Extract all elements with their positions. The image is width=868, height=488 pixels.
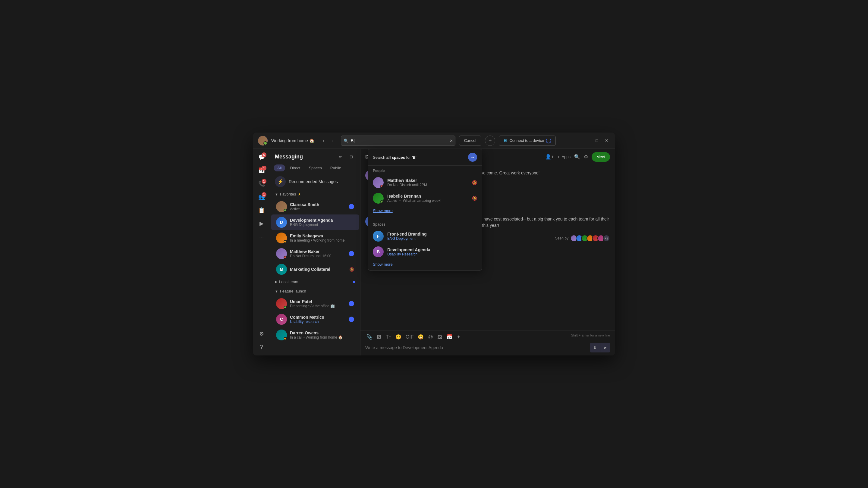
gif-button[interactable]: GIF — [404, 333, 415, 340]
list-item[interactable]: Darren Owens In a call • Working from ho… — [271, 327, 359, 343]
list-item[interactable]: M Marketing Collateral 🔕 — [271, 261, 359, 277]
people-section-title: People — [368, 166, 482, 175]
contact-name: Marketing Collateral — [290, 267, 346, 272]
title-bar: Working from home 🏠 ‹ › 🔍 ✕ Cancel + 🖥 C… — [253, 133, 615, 149]
contact-info: Darren Owens In a call • Working from ho… — [290, 330, 354, 339]
contact-info: Marketing Collateral — [290, 267, 346, 272]
search-result-space[interactable]: F Front-end Branding ENG Deployment — [368, 228, 482, 244]
emoji-button[interactable]: 😊 — [394, 333, 403, 340]
sidebar-item-more[interactable]: ··· — [255, 231, 268, 243]
avatar: D — [276, 217, 287, 228]
new-line-hint: Shift + Enter for a new line — [571, 333, 610, 340]
local-team-section-header[interactable]: ▶ Local team — [270, 277, 360, 287]
format-button[interactable]: T↕ — [384, 333, 393, 340]
cancel-button[interactable]: Cancel — [459, 135, 481, 146]
sidebar-item-calls[interactable]: 📞 1 — [255, 178, 268, 190]
contact-info: Emily Nakagawa In a meeting • Working fr… — [290, 233, 354, 242]
contact-info: Common Metrics Usability research — [290, 315, 346, 324]
list-item[interactable]: Emily Nakagawa In a meeting • Working fr… — [271, 230, 359, 246]
sidebar-item-calendar[interactable]: 📅 1 — [255, 164, 268, 176]
connect-device-button[interactable]: 🖥 Connect to a device — [499, 135, 556, 146]
recommended-messages[interactable]: ⚡ Recommended Messages — [270, 174, 360, 190]
status-active-icon — [284, 306, 287, 309]
unread-badge — [349, 251, 354, 256]
add-apps-label: Apps — [561, 155, 570, 159]
search-result-space[interactable]: B Development Agenda Usability Research — [368, 244, 482, 260]
new-conversation-button[interactable]: + — [485, 135, 495, 146]
space-info: Front-end Branding ENG Deployment — [387, 232, 477, 241]
seen-avatars: +2 — [570, 235, 610, 242]
search-result-person[interactable]: Matthew Baker Do Not Disturb until 2PM 🔕 — [368, 175, 482, 190]
close-button[interactable]: ✕ — [603, 137, 610, 144]
filter-button[interactable]: ⊟ — [347, 153, 355, 161]
search-all-spaces-row[interactable]: Search all spaces for 'B' → — [368, 149, 482, 166]
sidebar-item-activity[interactable]: ▶ — [255, 218, 268, 230]
send-button[interactable]: ➤ — [600, 343, 610, 352]
avatar — [276, 201, 287, 212]
favorites-title: Favorites — [280, 192, 296, 196]
send-down-button[interactable]: ⬇ — [590, 343, 600, 352]
list-item[interactable]: C Common Metrics Usability research — [271, 312, 359, 327]
sidebar-item-people[interactable]: 👥 1 — [255, 191, 268, 203]
tab-public[interactable]: Public — [327, 164, 344, 171]
sidebar-item-contacts[interactable]: 📋 — [255, 204, 268, 216]
message-input[interactable] — [365, 345, 588, 350]
search-icon: 🔍 — [574, 154, 580, 160]
mute-icon: 🔕 — [472, 180, 477, 185]
favorites-section-header[interactable]: ▼ Favorites ★ — [270, 190, 360, 199]
feature-launch-title: Feature launch — [280, 289, 306, 293]
people-show-more-link[interactable]: Show more — [368, 206, 482, 217]
sidebar-item-messaging[interactable]: 💬 5 — [255, 151, 268, 163]
feature-launch-section-header[interactable]: ▼ Feature launch — [270, 287, 360, 296]
help-icon: ? — [260, 344, 263, 350]
minimize-button[interactable]: — — [584, 137, 591, 144]
whiteboard-button[interactable]: 🖼 — [375, 333, 383, 340]
chat-input-row: ⬇ ➤ — [365, 343, 610, 352]
list-item[interactable]: Umar Patel Presenting • At the office 🏢 — [271, 296, 359, 312]
chat-header-actions: 👤+ + Apps 🔍 ⚙ Meet — [545, 152, 610, 162]
forward-button[interactable]: › — [329, 136, 337, 145]
search-clear-icon[interactable]: ✕ — [450, 138, 453, 143]
window-controls: — □ ✕ — [584, 137, 610, 144]
spaces-show-more-link[interactable]: Show more — [368, 260, 482, 270]
sidebar-item-settings[interactable]: ⚙ — [255, 328, 268, 340]
attach-button[interactable]: 📎 — [365, 333, 374, 340]
maximize-button[interactable]: □ — [593, 137, 600, 144]
contact-status: Do Not Disturb until 16:00 — [290, 254, 346, 258]
list-item[interactable]: Clarissa Smith Active — [271, 199, 359, 215]
list-item[interactable]: Matthew Baker Do Not Disturb until 16:00 — [271, 246, 359, 261]
input-toolbar: 📎 🖼 T↕ 😊 GIF 😄 @ 🖼 📅 ✦ Shift + Enter for… — [365, 333, 610, 340]
calls-badge: 1 — [261, 179, 267, 184]
meet-button[interactable]: Meet — [592, 152, 610, 162]
mute-icon: 🔕 — [349, 267, 354, 272]
person-info: Matthew Baker Do Not Disturb until 2PM — [387, 178, 468, 187]
tab-direct[interactable]: Direct — [286, 164, 304, 171]
compose-button[interactable]: ✏ — [336, 153, 344, 161]
search-result-person[interactable]: Isabelle Brennan Active • What an amazin… — [368, 190, 482, 206]
chat-settings-button[interactable]: ⚙ — [584, 152, 588, 162]
contact-info: Umar Patel Presenting • At the office 🏢 — [290, 299, 346, 308]
search-chat-button[interactable]: 🔍 — [574, 152, 580, 162]
back-button[interactable]: ‹ — [319, 136, 328, 145]
tab-all[interactable]: All — [274, 164, 285, 171]
search-input[interactable] — [341, 135, 456, 146]
seen-more-count: +2 — [603, 235, 610, 242]
schedule-button[interactable]: 📅 — [445, 333, 454, 340]
list-item[interactable]: D Development Agenda ENG Deployment — [271, 215, 359, 230]
tab-spaces[interactable]: Spaces — [305, 164, 325, 171]
sticker-button[interactable]: 😄 — [416, 333, 425, 340]
search-all-text: Search all spaces for 'B' — [373, 155, 416, 160]
ai-button[interactable]: ✦ — [456, 333, 462, 340]
search-submit-button[interactable]: → — [468, 153, 477, 162]
add-apps-button[interactable]: + Apps — [558, 152, 570, 162]
contact-name: Development Agenda — [290, 218, 354, 223]
space-avatar: B — [373, 247, 384, 257]
messaging-title: Messaging — [275, 154, 303, 160]
avatar — [373, 177, 384, 188]
local-team-chevron-right-icon: ▶ — [275, 280, 277, 284]
image-button[interactable]: 🖼 — [436, 333, 443, 340]
add-people-button[interactable]: 👤+ — [545, 152, 554, 162]
mention-button[interactable]: @ — [427, 333, 434, 340]
sidebar-item-help[interactable]: ? — [255, 341, 268, 353]
seen-label: Seen by — [555, 236, 568, 240]
